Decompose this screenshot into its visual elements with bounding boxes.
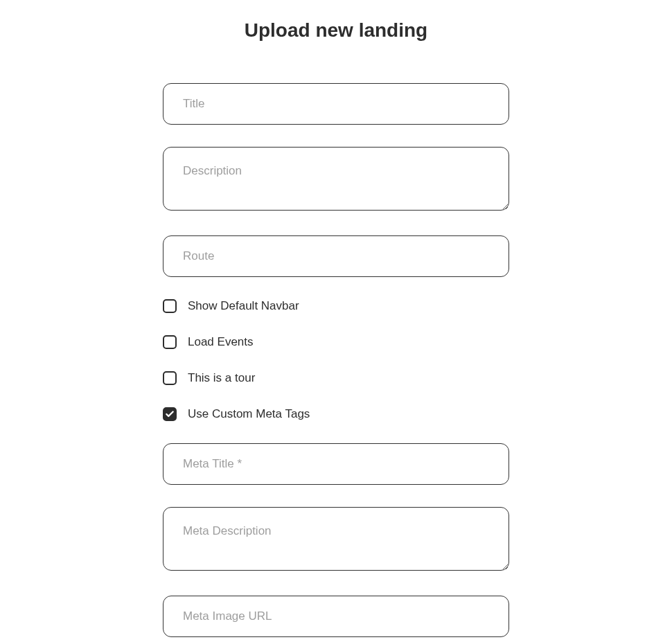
show-navbar-checkbox[interactable]: Show Default Navbar	[163, 299, 509, 313]
title-input[interactable]	[163, 83, 509, 125]
checkbox-label: Show Default Navbar	[188, 299, 299, 313]
is-tour-checkbox[interactable]: This is a tour	[163, 371, 509, 385]
meta-title-input[interactable]	[163, 443, 509, 485]
page-title: Upload new landing	[163, 19, 509, 42]
route-input[interactable]	[163, 235, 509, 277]
description-textarea[interactable]	[163, 147, 509, 211]
checkbox-unchecked-icon	[163, 299, 177, 313]
checkbox-unchecked-icon	[163, 335, 177, 349]
checkbox-unchecked-icon	[163, 371, 177, 385]
checkbox-label: Load Events	[188, 335, 254, 349]
meta-description-textarea[interactable]	[163, 507, 509, 571]
meta-image-url-input[interactable]	[163, 596, 509, 637]
checkbox-label: Use Custom Meta Tags	[188, 407, 310, 421]
custom-meta-checkbox[interactable]: Use Custom Meta Tags	[163, 407, 509, 421]
load-events-checkbox[interactable]: Load Events	[163, 335, 509, 349]
checkbox-label: This is a tour	[188, 371, 255, 385]
checkbox-checked-icon	[163, 407, 177, 421]
